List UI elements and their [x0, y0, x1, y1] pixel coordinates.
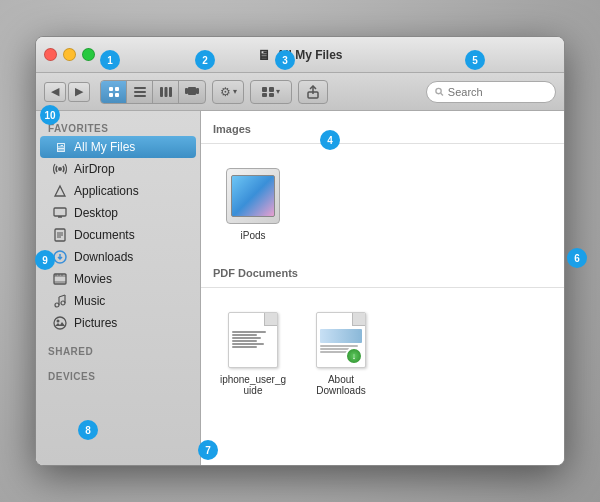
iphone-guide-label: iphone_user_guide: [219, 374, 287, 396]
pdf-grid: iphone_user_guide: [201, 296, 564, 410]
svg-rect-8: [164, 87, 167, 97]
traffic-lights: [44, 48, 95, 61]
svg-rect-9: [169, 87, 172, 97]
movies-icon: [52, 271, 68, 287]
sidebar-item-all-my-files[interactable]: 🖥 All My Files: [40, 136, 196, 158]
svg-point-18: [436, 88, 441, 93]
svg-rect-16: [269, 93, 274, 97]
sidebar-item-label: Pictures: [74, 316, 117, 330]
callout-1: 1: [100, 50, 120, 70]
svg-rect-12: [196, 88, 199, 94]
svg-rect-13: [262, 87, 267, 92]
sidebar-item-applications[interactable]: Applications: [40, 180, 196, 202]
ipods-label: iPods: [240, 230, 265, 241]
search-icon: [435, 87, 444, 97]
toolbar: ◀ ▶: [36, 73, 564, 111]
search-box[interactable]: [426, 81, 556, 103]
svg-rect-14: [269, 87, 274, 92]
title-icon: 🖥: [257, 47, 271, 63]
svg-point-40: [54, 317, 66, 329]
svg-rect-7: [160, 87, 163, 97]
pictures-icon: [52, 315, 68, 331]
svg-rect-10: [188, 87, 196, 95]
callout-7: 7: [198, 440, 218, 460]
svg-rect-11: [185, 88, 188, 94]
svg-rect-1: [115, 87, 119, 91]
svg-rect-2: [109, 93, 113, 97]
list-item[interactable]: ↓ About Downloads: [301, 304, 381, 402]
sidebar-item-pictures[interactable]: Pictures: [40, 312, 196, 334]
images-section-header: Images: [201, 119, 564, 144]
share-button[interactable]: [298, 80, 328, 104]
all-my-files-icon: 🖥: [52, 139, 68, 155]
view-column-button[interactable]: [153, 81, 179, 103]
finder-window: 🖥 All My Files ◀ ▶: [35, 36, 565, 466]
ipod-thumbnail: [226, 168, 280, 224]
pdf-thumbnail: [228, 312, 278, 368]
sidebar-item-desktop[interactable]: Desktop: [40, 202, 196, 224]
callout-3: 3: [275, 50, 295, 70]
sidebar-item-label: Applications: [74, 184, 139, 198]
callout-10: 10: [40, 105, 60, 125]
images-grid: iPods: [201, 152, 564, 255]
music-icon: [52, 293, 68, 309]
favorites-label: FAVORITES: [36, 119, 200, 136]
search-input[interactable]: [448, 86, 547, 98]
svg-rect-0: [109, 87, 113, 91]
sidebar-item-label: Downloads: [74, 250, 133, 264]
callout-4: 4: [320, 130, 340, 150]
close-button[interactable]: [44, 48, 57, 61]
gear-icon: ⚙: [220, 85, 231, 99]
minimize-button[interactable]: [63, 48, 76, 61]
callout-9: 9: [35, 250, 55, 270]
sidebar-item-label: Movies: [74, 272, 112, 286]
view-list-button[interactable]: [127, 81, 153, 103]
sidebar-item-label: Documents: [74, 228, 135, 242]
sidebar: FAVORITES 🖥 All My Files: [36, 111, 201, 465]
svg-line-19: [441, 93, 443, 95]
arrange-dropdown-icon: ▾: [276, 87, 280, 96]
about-badge: ↓: [345, 347, 363, 365]
devices-label: DEVICES: [36, 367, 200, 384]
shared-label: SHARED: [36, 342, 200, 359]
action-button[interactable]: ⚙ ▾: [212, 80, 244, 104]
callout-6: 6: [567, 248, 587, 268]
content-pane: Images iPods PDF Documents: [201, 111, 564, 465]
svg-rect-4: [134, 87, 146, 89]
back-button[interactable]: ◀: [44, 82, 66, 102]
sidebar-item-airdrop[interactable]: AirDrop: [40, 158, 196, 180]
iphone-guide-icon: [223, 310, 283, 370]
sidebar-item-downloads[interactable]: Downloads: [40, 246, 196, 268]
sidebar-item-label: All My Files: [74, 140, 135, 154]
svg-rect-15: [262, 93, 267, 97]
maximize-button[interactable]: [82, 48, 95, 61]
ipod-screen: [231, 175, 275, 217]
action-dropdown-icon: ▾: [233, 87, 237, 96]
view-icon-button[interactable]: [101, 81, 127, 103]
navigation-buttons: ◀ ▶: [44, 82, 90, 102]
sidebar-item-documents[interactable]: Documents: [40, 224, 196, 246]
svg-point-41: [57, 320, 60, 323]
main-area: FAVORITES 🖥 All My Files: [36, 111, 564, 465]
svg-point-20: [58, 167, 62, 171]
pdf-section-header: PDF Documents: [201, 263, 564, 288]
sidebar-item-movies[interactable]: Movies: [40, 268, 196, 290]
window-title: 🖥 All My Files: [257, 47, 342, 63]
arrange-button[interactable]: ▾: [250, 80, 292, 104]
list-item[interactable]: iPods: [213, 160, 293, 247]
callout-8: 8: [78, 420, 98, 440]
applications-icon: [52, 183, 68, 199]
desktop-icon: [52, 205, 68, 221]
view-cover-button[interactable]: [179, 81, 205, 103]
svg-rect-5: [134, 91, 146, 93]
sidebar-item-music[interactable]: Music: [40, 290, 196, 312]
view-mode-buttons: [100, 80, 206, 104]
forward-button[interactable]: ▶: [68, 82, 90, 102]
documents-icon: [52, 227, 68, 243]
about-downloads-icon: ↓: [311, 310, 371, 370]
list-item[interactable]: iphone_user_guide: [213, 304, 293, 402]
callout-5: 5: [465, 50, 485, 70]
svg-rect-3: [115, 93, 119, 97]
sidebar-item-label: Desktop: [74, 206, 118, 220]
callout-2: 2: [195, 50, 215, 70]
